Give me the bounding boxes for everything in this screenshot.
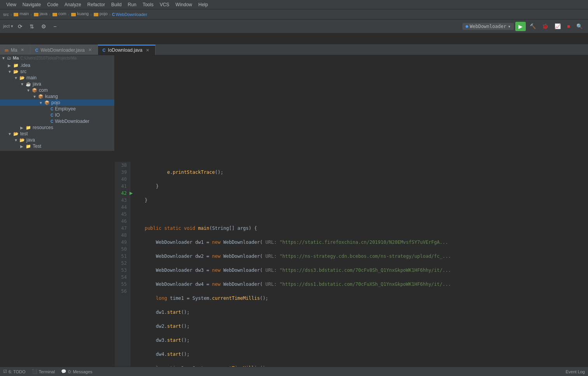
menu-window[interactable]: Window [172, 0, 195, 9]
tab-main-label: Ma [11, 47, 18, 53]
arrow-test-icon: ▼ [8, 132, 13, 136]
menu-build[interactable]: Build [108, 0, 125, 9]
arrow-src-icon: ▼ [8, 70, 13, 74]
arrow-java-icon: ▼ [20, 82, 26, 86]
svg-rect-3 [71, 13, 76, 16]
arrows-icon[interactable]: ⇅ [27, 22, 37, 31]
settings-icon[interactable]: ⚙ [39, 22, 49, 31]
breadcrumb-item-main[interactable]: main [13, 11, 29, 17]
tree-label-idea: .idea [20, 63, 30, 68]
tree-label-kuang: kuang [45, 94, 58, 99]
sidebar-item-Test[interactable]: ▶ 📁 Test [0, 143, 114, 149]
run-config[interactable]: ● WebDownloader ▾ [462, 23, 514, 30]
run-indicator-arrow: ▶ [130, 190, 133, 196]
sidebar-item-idea[interactable]: ▶ 📁 .idea [0, 62, 114, 68]
menu-refactor[interactable]: Refactor [84, 0, 108, 9]
line-numbers: 38 39 40 41 42 43 44 45 46 47 48 49 50 5… [115, 162, 130, 376]
menu-bar: View Navigate Code Analyze Refactor Buil… [0, 0, 588, 9]
breadcrumb-item-webdownloader[interactable]: CWebDownloader [112, 12, 147, 17]
tree-label-WebDownloader: WebDownloader [55, 119, 89, 124]
code-content[interactable]: e.printStackTrace(); } } public static v… [130, 162, 588, 376]
sidebar-item-test[interactable]: ▼ 📂 test [0, 131, 114, 137]
tree-label-com: com [39, 87, 48, 93]
search-everywhere-button[interactable]: 🔍 [574, 22, 585, 31]
run-config-label: WebDownloader [470, 24, 506, 29]
sidebar-item-src[interactable]: ▼ 📂 src [0, 68, 114, 75]
sidebar-item-IO[interactable]: ▶ C IO [0, 112, 114, 118]
breadcrumb-item-pojo[interactable]: pojo [93, 11, 108, 17]
sidebar-item-WebDownloader[interactable]: ▶ C WebDownloader [0, 118, 114, 124]
arrow-com-icon: ▼ [26, 88, 32, 93]
svg-rect-2 [52, 13, 57, 16]
hide-icon[interactable]: − [51, 22, 59, 31]
project-name-label: Ma [13, 56, 19, 60]
breadcrumb-item-kuang[interactable]: kuang [71, 11, 89, 17]
folder-kuang-icon: 📦 [38, 94, 44, 99]
status-event-log-label: Event Log [565, 369, 585, 374]
tab-webdownloader[interactable]: C WebDownloader.java ✕ [30, 45, 98, 55]
status-terminal[interactable]: ⬛ Terminal [32, 369, 55, 374]
sidebar-item-com[interactable]: ▼ 📦 com [0, 87, 114, 93]
menu-view[interactable]: View [3, 0, 19, 9]
breadcrumb-item-src[interactable]: src [3, 12, 9, 17]
status-bar: ☑ 6: TODO ⬛ Terminal 💬 0: Messages Event… [0, 367, 588, 376]
folder-com-icon: 📦 [32, 88, 37, 93]
tab-iodownload-label: IoDownload.java [108, 47, 143, 53]
sidebar-item-Employee[interactable]: ▶ C Employee [0, 106, 114, 112]
java-icon: ☕ [26, 82, 31, 87]
class-employee-icon: C [51, 107, 53, 111]
class-webdownloader-icon: C [51, 119, 53, 124]
menu-code[interactable]: Code [44, 0, 61, 9]
stop-button[interactable]: ■ [565, 22, 572, 31]
breadcrumb-item-com[interactable]: com [52, 11, 66, 17]
tab-main[interactable]: m Ma ✕ [0, 45, 30, 55]
debug-button[interactable]: 🐞 [540, 22, 551, 31]
project-dropdown[interactable]: ject ▾ [3, 24, 13, 29]
tabs-bar: m Ma ✕ C WebDownloader.java ✕ C IoDownlo… [0, 44, 588, 55]
arrow-Test-icon: ▶ [20, 144, 26, 149]
class-io-icon: C [51, 113, 53, 117]
tab-iodownload-close[interactable]: ✕ [145, 47, 150, 53]
tab-iodownload-icon: C [103, 48, 106, 52]
sync-icon[interactable]: ⟳ [16, 22, 25, 31]
folder-idea-icon: 📁 [13, 63, 19, 68]
menu-help[interactable]: Help [195, 0, 211, 9]
folder-resources-icon: 📁 [26, 125, 31, 130]
tree-label-main: main [26, 75, 37, 80]
tab-iodownload[interactable]: C IoDownload.java ✕ [98, 45, 156, 55]
tab-main-close[interactable]: ✕ [19, 47, 25, 53]
tree-label-pojo: pojo [51, 100, 60, 105]
sidebar-item-pojo[interactable]: ▼ 📦 pojo [0, 100, 114, 106]
menu-analyze[interactable]: Analyze [61, 0, 84, 9]
menu-vcs[interactable]: VCS [157, 0, 173, 9]
breadcrumb-item-java[interactable]: java [33, 11, 47, 17]
menu-navigate[interactable]: Navigate [19, 0, 44, 9]
menu-tools[interactable]: Tools [140, 0, 157, 9]
svg-rect-1 [34, 13, 38, 16]
code-editor[interactable]: 38 39 40 41 42 43 44 45 46 47 48 49 50 5… [115, 162, 588, 376]
tab-webdownloader-label: WebDownloader.java [40, 47, 84, 53]
folder-test-icon: 📂 [13, 131, 19, 136]
run-button[interactable]: ▶ [515, 22, 526, 31]
run-config-arrow: ▾ [508, 24, 511, 29]
sidebar-item-resources[interactable]: ▶ 📁 resources [0, 124, 114, 131]
tree-label-src: src [20, 69, 26, 74]
status-todo[interactable]: ☑ 6: TODO [3, 369, 26, 374]
tab-webdownloader-close[interactable]: ✕ [87, 47, 93, 53]
build-button[interactable]: 🔨 [527, 22, 538, 31]
status-todo-label: 6: TODO [9, 369, 26, 374]
profile-button[interactable]: 📈 [552, 22, 563, 31]
sidebar-item-java[interactable]: ▼ ☕ java [0, 81, 114, 87]
sidebar-item-main[interactable]: ▼ 📂 main [0, 75, 114, 81]
arrow-pojo-icon: ▼ [39, 101, 44, 105]
sidebar-item-test-java[interactable]: ▼ 📂 java [0, 137, 114, 143]
sidebar-item-project-root[interactable]: ▼ 🗂 Ma C:\Users\23107\IdeaProjects\Ma [0, 55, 114, 61]
status-messages[interactable]: 💬 0: Messages [61, 369, 92, 374]
menu-run[interactable]: Run [125, 0, 140, 9]
toolbar: ject ▾ ⟳ ⇅ ⚙ − ● WebDownloader ▾ ▶ 🔨 🐞 📈… [0, 19, 588, 33]
status-todo-icon: ☑ [3, 369, 7, 374]
sidebar-item-kuang[interactable]: ▼ 📦 kuang [0, 93, 114, 100]
project-path: C:\Users\23107\IdeaProjects\Ma [20, 56, 77, 60]
status-event-log[interactable]: Event Log [565, 369, 585, 374]
folder-test-java-icon: 📂 [19, 138, 25, 143]
